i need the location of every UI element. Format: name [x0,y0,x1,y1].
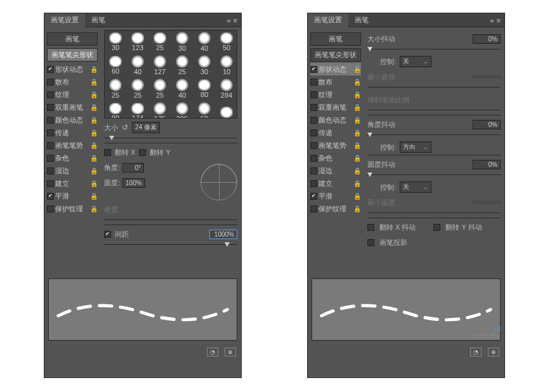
brush-thumb[interactable]: 127 [149,54,171,77]
brush-thumb[interactable]: 25 [171,54,193,77]
sidebar-item-6[interactable]: 画笔笔势🔒 [47,139,98,152]
option-checkbox[interactable] [310,142,317,149]
lock-icon[interactable]: 🔒 [90,155,98,162]
brush-presets-button[interactable]: 画笔 [310,32,361,46]
sidebar-item-9[interactable]: 建立🔒 [310,177,361,190]
sidebar-item-5[interactable]: 传递🔒 [47,126,98,139]
option-checkbox[interactable] [47,206,54,212]
lock-icon[interactable]: 🔒 [90,206,98,212]
lock-icon[interactable]: 🔒 [353,206,361,212]
lock-icon[interactable]: 🔒 [353,66,361,73]
tab-brush-settings[interactable]: 画笔设置 [308,13,348,27]
option-checkbox[interactable] [47,129,54,136]
option-checkbox[interactable] [47,167,54,174]
lock-icon[interactable]: 🔒 [353,167,361,174]
option-checkbox[interactable] [47,155,54,162]
toggle-preview-icon[interactable]: ◔ [207,348,218,356]
option-checkbox[interactable] [310,193,317,200]
new-preset-icon[interactable]: ⊕ [488,348,499,356]
sidebar-item-9[interactable]: 建立🔒 [47,177,98,190]
brush-thumb[interactable]: 80 [194,77,215,100]
sidebar-item-2[interactable]: 纹理🔒 [310,88,361,101]
lock-icon[interactable]: 🔒 [353,91,361,98]
option-checkbox[interactable] [310,180,317,187]
tab-brush-presets[interactable]: 画笔 [348,13,375,27]
option-checkbox[interactable] [310,104,317,111]
roundness-input[interactable]: 100% [122,178,145,188]
sidebar-item-3[interactable]: 双重画笔🔒 [310,101,361,114]
size-jitter-input[interactable]: 0% [473,34,501,44]
spacing-checkbox[interactable] [104,231,111,238]
sidebar-item-10[interactable]: 平滑🔒 [47,190,98,202]
lock-icon[interactable]: 🔒 [353,193,361,200]
option-checkbox[interactable] [47,79,54,86]
lock-icon[interactable]: 🔒 [353,104,361,111]
option-checkbox[interactable] [310,66,317,73]
sidebar-item-2[interactable]: 纹理🔒 [47,88,98,101]
brush-thumb[interactable]: 10 [216,54,237,77]
sidebar-item-6[interactable]: 画笔笔势🔒 [310,139,361,152]
lock-icon[interactable]: 🔒 [353,155,361,162]
lock-icon[interactable]: 🔒 [90,66,98,73]
lock-icon[interactable]: 🔒 [90,142,98,149]
brush-thumb[interactable]: 30 [105,30,126,53]
sidebar-item-4[interactable]: 颜色动态🔒 [47,114,98,126]
lock-icon[interactable]: 🔒 [90,193,98,200]
sidebar-item-10[interactable]: 平滑🔒 [310,190,361,202]
brush-thumb[interactable]: 50 [216,30,237,53]
new-preset-icon[interactable]: ⊕ [225,348,236,356]
brush-thumb[interactable]: 25 [149,77,171,100]
angle-control[interactable] [200,164,237,200]
option-checkbox[interactable] [310,155,317,162]
option-checkbox[interactable] [310,129,317,136]
lock-icon[interactable]: 🔒 [353,129,361,136]
brush-thumb[interactable]: 40 [194,30,215,53]
brush-thumb[interactable]: 60 [105,54,126,77]
option-checkbox[interactable] [310,79,317,86]
brush-thumb[interactable]: 175 [149,101,171,119]
angle-jitter-input[interactable]: 0% [473,120,501,129]
option-checkbox[interactable] [47,117,54,124]
brush-tip-shape-button[interactable]: 画笔笔尖形状 [310,48,361,62]
sidebar-item-5[interactable]: 传递🔒 [310,126,361,139]
sidebar-item-7[interactable]: 杂色🔒 [47,152,98,164]
option-checkbox[interactable] [310,167,317,174]
brush-thumb[interactable]: 284 [216,77,237,100]
sidebar-item-0[interactable]: 形状动态🔒 [310,63,361,75]
brush-thumb[interactable]: 25 [105,77,126,100]
option-checkbox[interactable] [310,91,317,98]
roundness-jitter-slider[interactable] [367,172,501,178]
sidebar-item-0[interactable]: 形状动态🔒 [47,63,98,75]
option-checkbox[interactable] [47,91,54,98]
sidebar-item-7[interactable]: 杂色🔒 [310,152,361,164]
brush-tip-shape-button[interactable]: 画笔笔尖形状 [47,48,98,62]
brush-thumb[interactable]: 206 [171,101,193,119]
lock-icon[interactable]: 🔒 [353,142,361,149]
option-checkbox[interactable] [310,206,317,212]
panel-menu[interactable]: »≡ [223,16,241,24]
brush-thumb[interactable]: 90 [105,101,126,119]
lock-icon[interactable]: 🔒 [90,117,98,124]
brush-thumb[interactable]: 40 [171,77,193,100]
angle-control-dropdown[interactable]: 方向 [400,141,431,153]
brush-thumb[interactable]: 50 [194,101,215,119]
size-input[interactable]: 24 像素 [132,122,160,133]
spacing-input[interactable]: 1000% [209,230,237,239]
angle-jitter-slider[interactable] [367,132,501,138]
brush-thumb[interactable] [216,101,237,119]
brush-thumb[interactable]: 30 [171,30,193,53]
size-jitter-slider[interactable] [367,46,501,53]
tab-brush-settings[interactable]: 画笔设置 [44,13,85,27]
option-checkbox[interactable] [47,180,54,187]
sidebar-item-4[interactable]: 颜色动态🔒 [310,114,361,126]
size-slider[interactable] [104,135,237,141]
lock-icon[interactable]: 🔒 [353,180,361,187]
sidebar-item-3[interactable]: 双重画笔🔒 [47,101,98,114]
option-checkbox[interactable] [47,66,54,73]
sidebar-item-1[interactable]: 散布🔒 [47,75,98,88]
sidebar-item-8[interactable]: 湿边🔒 [47,164,98,177]
angle-input[interactable]: 0° [122,163,144,173]
sidebar-item-1[interactable]: 散布🔒 [310,75,361,88]
lock-icon[interactable]: 🔒 [90,79,98,86]
option-checkbox[interactable] [47,142,54,149]
